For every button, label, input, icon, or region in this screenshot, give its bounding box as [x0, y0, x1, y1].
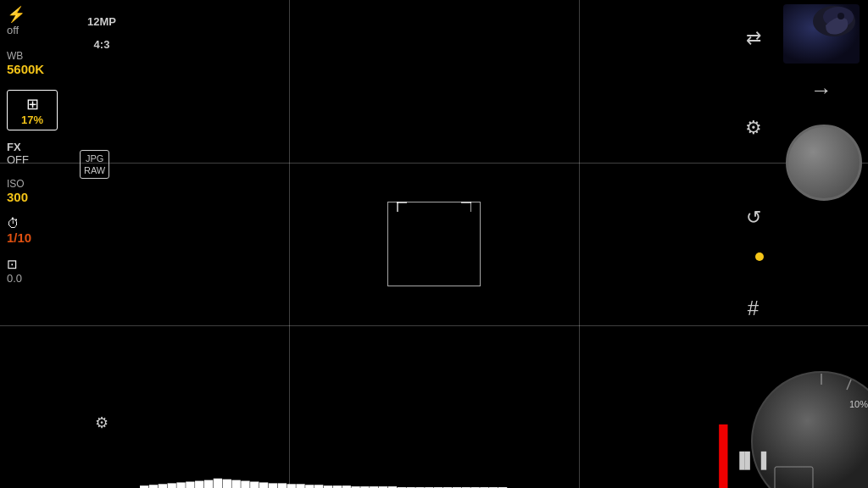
shutter-value: 1/10 — [7, 230, 70, 245]
shutter-icon: ⏱ — [7, 216, 70, 230]
flash-label: off — [7, 24, 19, 36]
crop-icon: ⊞ — [26, 95, 39, 114]
crop-value: 17% — [21, 114, 43, 126]
format-raw: RAW — [84, 164, 105, 176]
format-control[interactable]: JPG RAW — [80, 150, 109, 180]
flash-control[interactable]: ⚡ off — [7, 7, 70, 36]
settings-button[interactable]: ⚙ — [745, 117, 762, 139]
format-jpg: JPG — [84, 152, 105, 164]
shutter-button[interactable] — [786, 125, 862, 201]
timer-button[interactable]: ↺ — [746, 207, 761, 229]
flash-icon: ⚡ — [7, 7, 25, 22]
ev-value: 0.0 — [7, 272, 70, 285]
wb-control[interactable]: WB 5600K — [7, 50, 70, 76]
iso-control[interactable]: ISO 300 — [7, 178, 70, 204]
far-right-panel: → 10% 20% — [775, 0, 868, 488]
crop-control[interactable]: ⊞ 17% — [7, 90, 58, 130]
dial-container[interactable]: 10% 20% — [749, 369, 868, 488]
svg-point-2 — [837, 13, 844, 19]
shutter-control[interactable]: ⏱ 1/10 — [7, 216, 70, 245]
resolution-control[interactable]: 12MP 4:3 — [80, 7, 124, 53]
focus-box — [387, 202, 481, 286]
iso-value: 300 — [7, 190, 70, 204]
iso-label: ISO — [7, 178, 70, 190]
fx-control[interactable]: FX OFF — [7, 141, 70, 166]
wb-value: 5600K — [7, 62, 70, 76]
left-panel: ⚡ off WB 5600K ⊞ 17% FX OFF ISO 300 ⏱ 1/… — [0, 0, 76, 488]
arrow-right-button[interactable]: → — [810, 77, 832, 103]
grid-button[interactable]: # — [748, 297, 759, 320]
fx-value: OFF — [7, 153, 70, 166]
wb-label: WB — [7, 50, 70, 62]
histogram-icon[interactable]: ▐▌▐ — [734, 452, 766, 469]
second-col: 12MP 4:3 JPG RAW ⚙ — [76, 0, 127, 488]
ev-control[interactable]: ⊡ 0.0 — [7, 257, 70, 285]
ev-icon: ⊡ — [7, 257, 70, 272]
svg-text:10%: 10% — [849, 399, 868, 409]
mp-label: 12MP — [80, 15, 124, 30]
gear-icon[interactable]: ⚙ — [80, 413, 124, 432]
yellow-dot-indicator — [755, 252, 764, 261]
fx-label: FX — [7, 141, 70, 153]
camera-flip-button[interactable]: ⇄ — [746, 27, 761, 49]
histogram-display — [140, 420, 728, 488]
last-photo-thumbnail[interactable] — [783, 4, 860, 64]
ratio-label: 4:3 — [80, 38, 124, 53]
svg-point-3 — [752, 372, 868, 488]
shutter-button-container — [782, 120, 862, 201]
